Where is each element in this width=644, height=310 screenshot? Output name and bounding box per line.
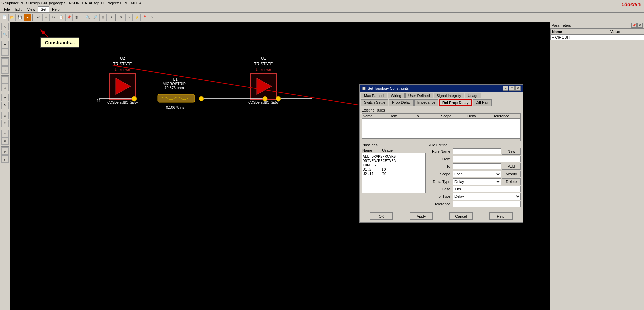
lt-sep6: [1, 128, 9, 129]
tab-diff-pair[interactable]: Diff Pair: [473, 99, 492, 106]
lt-text[interactable]: T: [1, 76, 9, 84]
lt-misc4[interactable]: ⊠: [1, 137, 9, 145]
pt-row-u2[interactable]: U2.11IO: [363, 172, 425, 176]
lt-net2[interactable]: ╗: [1, 155, 9, 163]
rules-header: Name From To Scope Delta Tolerance: [362, 114, 520, 119]
delta-type-row: Delta Type: Delay Time Delete: [428, 178, 521, 185]
lt-misc1[interactable]: ⊕: [1, 112, 9, 119]
new-button[interactable]: New: [502, 148, 521, 155]
scope-select[interactable]: Local Global: [453, 171, 501, 177]
tol-type-select[interactable]: Delay Time: [453, 193, 521, 200]
tb-copy[interactable]: 📋: [58, 14, 65, 21]
menu-view[interactable]: View: [24, 7, 38, 12]
rule-name-input[interactable]: [453, 148, 501, 154]
expand-icon[interactable]: +: [552, 35, 554, 39]
existing-rules-list[interactable]: [362, 119, 520, 139]
lt-zoom[interactable]: 🔍: [1, 31, 9, 38]
tb-pin[interactable]: 📍: [141, 14, 148, 21]
tb-redo[interactable]: ↪: [42, 14, 50, 21]
add-button[interactable]: Add: [502, 163, 521, 170]
tb-component[interactable]: ⚡: [133, 14, 141, 21]
help-button[interactable]: Help: [489, 212, 513, 220]
lt-sep2: [1, 56, 9, 58]
lt-move[interactable]: ✥: [1, 94, 9, 101]
col-delta: Delta: [467, 114, 493, 118]
u1-status: Unknown: [248, 67, 279, 72]
tb-undo[interactable]: ↩: [35, 14, 42, 21]
lt-wire1[interactable]: —: [1, 58, 9, 66]
dialog-overlay: 🔲 Set Topology Constraints − □ ✕ Max Par…: [10, 22, 550, 310]
menu-set[interactable]: Set: [38, 6, 49, 12]
dialog-close-btn[interactable]: ✕: [515, 86, 521, 91]
tb-zoomin[interactable]: 🔍: [84, 14, 91, 21]
delta-input[interactable]: [453, 186, 521, 192]
tb-wire[interactable]: 〜: [125, 14, 133, 21]
tb-delete[interactable]: 🗑: [73, 14, 80, 21]
panel-pin-btn[interactable]: 📌: [631, 23, 637, 28]
left-toolbar: ↖ 🔍 ▶ ⊡ — ⊶ T □ ✥ ↻ ⊕ ⊗ ≡ ⊠ ╔ ╗: [0, 22, 10, 310]
menu-edit[interactable]: Edit: [13, 7, 24, 12]
tolerance-row: Tolerance:: [428, 201, 521, 207]
to-input[interactable]: [453, 163, 501, 169]
to-row: To: Add: [428, 163, 521, 170]
pt-row-u1[interactable]: U1.5IO: [363, 167, 425, 172]
tolerance-input[interactable]: [453, 201, 521, 207]
dialog-minimize-btn[interactable]: −: [503, 86, 508, 91]
tb-new[interactable]: 📄: [1, 14, 8, 21]
modify-button[interactable]: Modify: [502, 171, 521, 177]
lt-comp2[interactable]: ⊡: [1, 48, 9, 56]
tb-save[interactable]: 💾: [16, 14, 23, 21]
tab-impedance[interactable]: Impedance: [414, 99, 438, 106]
lt-net1[interactable]: ╔: [1, 147, 9, 155]
tab-wiring[interactable]: Wiring: [388, 93, 405, 98]
lt-comp1[interactable]: ▶: [1, 41, 9, 48]
tb-print[interactable]: ●: [24, 14, 31, 21]
pt-row-all[interactable]: ALL DRVRS/RCVRS: [363, 154, 425, 159]
tb-sep2: [82, 14, 83, 21]
tb-open[interactable]: 📂: [8, 14, 16, 21]
tab-signal-integrity[interactable]: Signal Integrity: [434, 93, 464, 98]
params-row-circuit[interactable]: +CIRCUIT: [551, 35, 644, 40]
cancel-button[interactable]: Cancel: [449, 212, 473, 220]
to-label: To:: [428, 164, 453, 168]
menu-file[interactable]: File: [1, 7, 13, 12]
delete-button[interactable]: Delete: [502, 178, 521, 185]
tb-cut[interactable]: ✂: [50, 14, 57, 21]
lt-box[interactable]: □: [1, 84, 9, 91]
dialog-restore-btn[interactable]: □: [509, 86, 515, 91]
from-input[interactable]: [453, 156, 521, 162]
lt-misc2[interactable]: ⊗: [1, 120, 9, 127]
lt-misc3[interactable]: ≡: [1, 130, 9, 137]
lt-select[interactable]: ↖: [1, 23, 9, 30]
tab-rel-prop-delay[interactable]: Rel Prop Delay: [439, 99, 472, 106]
delta-type-select[interactable]: Delay Time: [453, 178, 501, 185]
u1-name: U1: [248, 56, 279, 61]
tab-max-parallel[interactable]: Max Parallel: [361, 93, 387, 98]
tb-zoomout[interactable]: 🔎: [92, 14, 99, 21]
apply-button[interactable]: Apply: [410, 212, 433, 220]
u2-port: CDSDefaultIO_2p5v: [107, 100, 138, 105]
tab-prop-delay[interactable]: Prop Delay: [389, 99, 413, 106]
svg-marker-4: [257, 78, 272, 95]
tb-sep3: [115, 14, 117, 21]
ok-button[interactable]: OK: [370, 212, 393, 220]
right-panel: Parameters 📌 ✕ Name Value +CIRCUIT: [550, 22, 644, 310]
lt-rotate[interactable]: ↻: [1, 102, 9, 109]
tab-user-defined[interactable]: User-Defined: [405, 93, 433, 98]
pt-row-longest[interactable]: LONGEST: [363, 163, 425, 167]
tb-refresh[interactable]: ↺: [107, 14, 114, 21]
pt-row-driver[interactable]: DRIVER/RECEIVER: [363, 159, 425, 163]
tab-usage[interactable]: Usage: [465, 93, 481, 98]
tb-help[interactable]: ?: [149, 14, 156, 21]
panel-close-btn[interactable]: ✕: [637, 23, 643, 28]
menu-help[interactable]: Help: [49, 7, 62, 12]
col-tolerance: Tolerance: [493, 114, 520, 118]
toolbar: 📄 📂 💾 ● ↩ ↪ ✂ 📋 📌 🗑 🔍 🔎 ⊞ ↺ ↖ 〜 ⚡ 📍 ?: [0, 13, 644, 22]
tb-select[interactable]: ↖: [118, 14, 125, 21]
tab-switch-settle[interactable]: Switch-Settle: [361, 99, 388, 106]
tb-zoomfit[interactable]: ⊞: [99, 14, 107, 21]
lt-wire2[interactable]: ⊶: [1, 66, 9, 74]
tb-paste[interactable]: 📌: [65, 14, 73, 21]
topology-constraints-dialog[interactable]: 🔲 Set Topology Constraints − □ ✕ Max Par…: [359, 84, 523, 223]
pins-tees-list[interactable]: ALL DRVRS/RCVRS DRIVER/RECEIVER LONGEST …: [362, 153, 426, 193]
